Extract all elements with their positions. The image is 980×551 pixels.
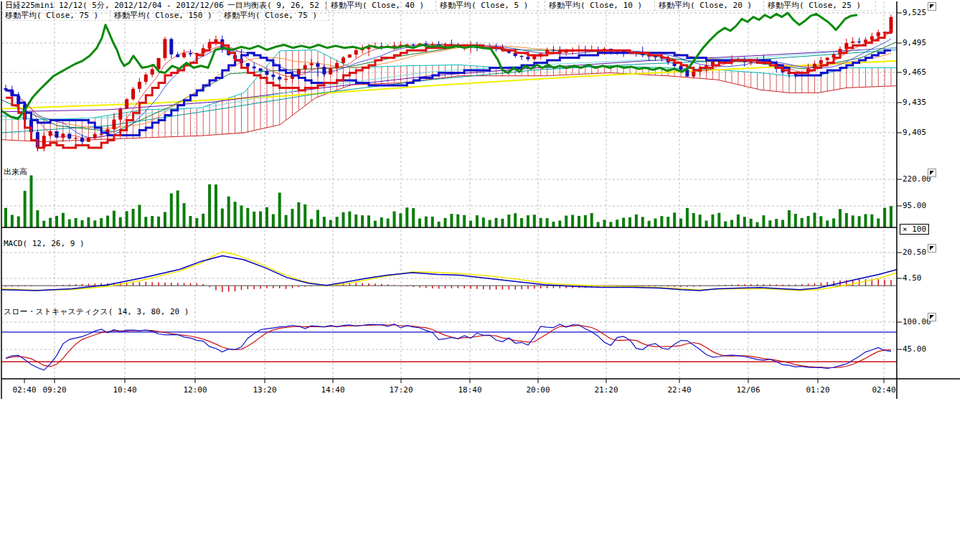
y-axis-label: 9,465 <box>903 68 953 77</box>
x-axis-label: 12/06 <box>732 385 764 395</box>
y-axis-label: 9,495 <box>903 39 953 47</box>
volume-multiplier-badge: × 100 <box>900 224 929 235</box>
collapse-arrow-icon <box>930 246 934 250</box>
legend-item: 移動平均( Close, 75 ) <box>1 11 110 21</box>
x-axis-label: 22:40 <box>664 385 695 395</box>
collapse-arrow-icon <box>930 315 934 319</box>
x-axis-label: 02:40 <box>9 385 40 395</box>
legend-item: 移動平均( Close, 20 ) <box>655 1 764 11</box>
collapse-arrow-icon <box>930 171 934 175</box>
legend-item: 移動平均( Close, 25 ) <box>764 1 876 11</box>
macd-panel-title: MACD( 12, 26, 9 ) <box>4 239 85 249</box>
x-axis-label: 20:00 <box>522 385 554 395</box>
y-axis-label: 95.00 <box>903 202 953 210</box>
x-axis-label: 14:40 <box>317 385 349 395</box>
x-axis-label: 10:40 <box>109 385 141 395</box>
stoch-panel-title: スロー・ストキャスティクス( 14, 3, 80, 20 ) <box>4 307 189 317</box>
volume-panel-title: 出来高 <box>4 167 27 177</box>
legend-item: 一目均衡表( 9, 26, 52 ) <box>224 1 327 11</box>
x-axis-label: 12:00 <box>179 385 211 395</box>
x-axis-labels: 02:4009:2010:4012:0013:2014:4017:2018:40… <box>0 385 897 397</box>
y-axis-label: 45.00 <box>903 345 953 354</box>
legend-row-2: 移動平均( Close, 75 )移動平均( Close, 150 )移動平均(… <box>1 11 329 21</box>
y-axis-label: 9,405 <box>903 128 953 137</box>
price-panel-collapse-button[interactable] <box>928 2 936 11</box>
volume-panel-collapse-button[interactable] <box>928 169 936 177</box>
legend-item: 移動平均( Close, 40 ) <box>327 1 436 11</box>
x-axis-label: 17:20 <box>385 385 417 395</box>
x-axis-label: 13:20 <box>249 385 281 395</box>
x-axis-label: 21:20 <box>590 385 622 395</box>
x-axis-label: 01:20 <box>802 385 834 395</box>
legend-row-1: 日経225mini 12/12( 5分, 2012/12/04 - 2012/1… <box>1 1 876 11</box>
legend-item: 移動平均( Close, 10 ) <box>545 1 655 11</box>
chart-canvas <box>0 0 980 551</box>
x-axis-label: 02:40 <box>868 385 897 395</box>
legend-item: 日経225mini 12/12( 5分, 2012/12/04 - 2012/1… <box>1 1 224 11</box>
legend-item: 移動平均( Close, 5 ) <box>436 1 545 11</box>
macd-panel-collapse-button[interactable] <box>928 244 936 253</box>
stoch-panel-collapse-button[interactable] <box>928 313 936 321</box>
x-axis-label: 09:20 <box>39 385 70 395</box>
collapse-arrow-icon <box>930 4 934 9</box>
legend-item: 移動平均( Close, 150 ) <box>110 11 220 21</box>
chart-application-window: 日経225mini 12/12( 5分, 2012/12/04 - 2012/1… <box>0 0 980 551</box>
y-axis-label: 4.50 <box>903 274 953 283</box>
x-axis-label: 18:40 <box>454 385 486 395</box>
y-axis-label: 9,435 <box>903 98 953 107</box>
legend-item: 移動平均( Close, 75 ) <box>220 11 329 21</box>
